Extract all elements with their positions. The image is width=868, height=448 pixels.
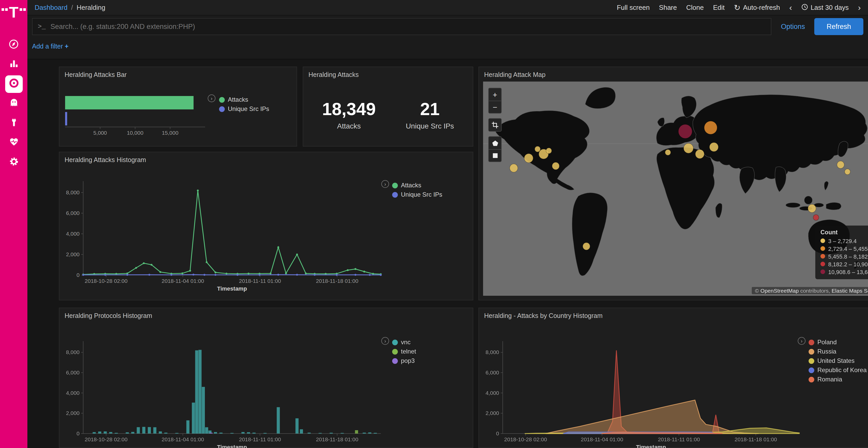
panel-heralding-protocols-histogram: Heralding Protocols Histogram 02,0004,00…: [59, 308, 473, 448]
legend-label: Attacks: [228, 96, 248, 103]
sidebar-item-settings[interactable]: [0, 153, 27, 172]
attack-location-marker[interactable]: [813, 215, 819, 220]
legend-item[interactable]: Attacks: [392, 181, 442, 190]
logo-dot: [23, 8, 26, 11]
time-back-button[interactable]: ‹: [789, 3, 792, 12]
sidebar-item-tools[interactable]: [0, 113, 27, 133]
metric-value: 21: [406, 99, 454, 119]
time-forward-button[interactable]: ›: [858, 3, 861, 12]
svg-text:2018-11-18 01:00: 2018-11-18 01:00: [735, 436, 777, 442]
legend-toggle-icon[interactable]: ›: [798, 337, 805, 345]
sidebar-item-visualize[interactable]: [0, 55, 27, 74]
attacks-histogram-chart[interactable]: 02,0004,0006,0008,0002018-10-28 02:00201…: [59, 152, 474, 301]
attack-location-marker[interactable]: [709, 142, 718, 151]
attack-location-marker[interactable]: [546, 148, 552, 153]
edit-button[interactable]: Edit: [713, 4, 724, 11]
attack-location-marker[interactable]: [665, 149, 671, 155]
legend-item[interactable]: Unique Src IPs: [392, 190, 442, 199]
refresh-button[interactable]: Refresh: [814, 18, 863, 35]
logo-letter: T: [9, 6, 19, 19]
panel-title[interactable]: Heralding Attack Map: [479, 67, 868, 78]
attack-location-marker[interactable]: [704, 121, 717, 134]
svg-text:2,000: 2,000: [66, 251, 80, 257]
time-range-button[interactable]: Last 30 days: [801, 3, 848, 12]
legend-toggle-icon[interactable]: ›: [381, 337, 389, 345]
map-count-legend: Count 3 – 2,729.42,729.4 – 5,455.85,455.…: [815, 226, 868, 279]
zoom-in-button[interactable]: +: [489, 88, 501, 101]
svg-text:8,000: 8,000: [66, 349, 80, 355]
sidebar-item-security[interactable]: [0, 94, 27, 113]
sidebar-item-health[interactable]: [0, 133, 27, 153]
attack-location-marker[interactable]: [524, 153, 533, 163]
legend-item[interactable]: United States: [809, 356, 867, 366]
legend-item[interactable]: pop3: [392, 356, 416, 366]
svg-text:0: 0: [76, 430, 80, 436]
legend-item[interactable]: Poland: [809, 338, 867, 347]
elastic-maps-link[interactable]: Elastic Maps Service: [832, 287, 868, 294]
svg-text:2018-11-18 01:00: 2018-11-18 01:00: [316, 278, 358, 284]
full-screen-button[interactable]: Full screen: [617, 4, 650, 11]
clone-button[interactable]: Clone: [686, 4, 704, 11]
legend-item[interactable]: Unique Src IPs: [219, 104, 269, 113]
sidebar: T: [0, 0, 27, 448]
attack-location-marker[interactable]: [552, 162, 559, 170]
attack-map[interactable]: + −: [483, 81, 868, 296]
panel-title[interactable]: Heralding Attacks: [303, 67, 473, 78]
openstreetmap-link[interactable]: OpenStreetMap: [761, 287, 799, 294]
attack-location-marker[interactable]: [678, 125, 692, 138]
attack-location-marker[interactable]: [510, 164, 518, 172]
draw-polygon-button[interactable]: [489, 137, 501, 149]
options-link[interactable]: Options: [781, 23, 805, 30]
svg-text:2018-11-04 01:00: 2018-11-04 01:00: [581, 436, 623, 442]
panel-attacks-by-country-histogram: Heralding - Attacks by Country Histogram…: [478, 308, 868, 448]
attack-location-marker[interactable]: [808, 204, 816, 213]
attribution-prefix: ©: [755, 287, 760, 294]
attack-location-marker[interactable]: [837, 161, 844, 169]
metric-group: 18,349 Attacks 21 Unique Src IPs: [303, 82, 473, 146]
svg-text:2018-10-28 02:00: 2018-10-28 02:00: [85, 278, 128, 284]
legend-item[interactable]: Russia: [809, 347, 867, 356]
legend-item[interactable]: Attacks: [219, 95, 269, 104]
filter-bar: Add a filter +: [27, 43, 868, 50]
protocols-histogram-chart[interactable]: 02,0004,0006,0008,0002018-10-28 02:00201…: [59, 308, 474, 448]
sidebar-item-dashboard[interactable]: [0, 74, 27, 94]
compass-icon: [8, 38, 19, 51]
crop-tool-button[interactable]: [489, 119, 501, 131]
legend-color-dot: [809, 358, 814, 364]
gear-icon: [8, 157, 19, 169]
zoom-out-button[interactable]: −: [489, 101, 501, 113]
svg-text:2018-11-18 01:00: 2018-11-18 01:00: [316, 436, 358, 442]
add-filter-label: Add a filter: [32, 43, 63, 50]
bucket-color-dot: [820, 246, 825, 251]
legend-color-dot: [809, 377, 814, 382]
legend-color-dot: [809, 367, 814, 373]
bucket-color-dot: [820, 254, 825, 259]
chart-legend: vnctelnetpop3: [392, 338, 416, 366]
auto-refresh-button[interactable]: ↻ Auto-refresh: [734, 4, 780, 11]
attack-location-marker[interactable]: [583, 243, 590, 250]
legend-toggle-icon[interactable]: ›: [208, 95, 215, 102]
attack-location-marker[interactable]: [695, 149, 704, 159]
attack-location-marker[interactable]: [684, 143, 693, 153]
bucket-range-label: 10,908.6 – 13,635: [828, 269, 868, 275]
legend-item[interactable]: Romania: [809, 375, 867, 384]
add-filter-link[interactable]: Add a filter +: [32, 43, 68, 50]
search-input[interactable]: [51, 23, 766, 30]
legend-toggle-icon[interactable]: ›: [381, 180, 389, 188]
metric-label: Unique Src IPs: [406, 122, 454, 130]
legend-item[interactable]: telnet: [392, 347, 416, 356]
svg-text:2018-11-04 01:00: 2018-11-04 01:00: [162, 436, 204, 442]
breadcrumb-dashboard[interactable]: Dashboard: [35, 4, 67, 11]
sidebar-item-discover[interactable]: [0, 35, 27, 55]
svg-text:0: 0: [76, 272, 80, 278]
attack-location-marker[interactable]: [535, 146, 540, 152]
draw-rect-button[interactable]: [489, 149, 501, 162]
legend-item[interactable]: vnc: [392, 338, 416, 347]
svg-text:4,000: 4,000: [486, 390, 499, 396]
zoom-control-group: + −: [488, 88, 502, 113]
world-map[interactable]: [483, 81, 868, 296]
telekom-logo[interactable]: T: [0, 0, 27, 29]
attack-location-marker[interactable]: [845, 169, 850, 174]
share-button[interactable]: Share: [659, 4, 677, 11]
legend-item[interactable]: Republic of Korea: [809, 366, 867, 375]
